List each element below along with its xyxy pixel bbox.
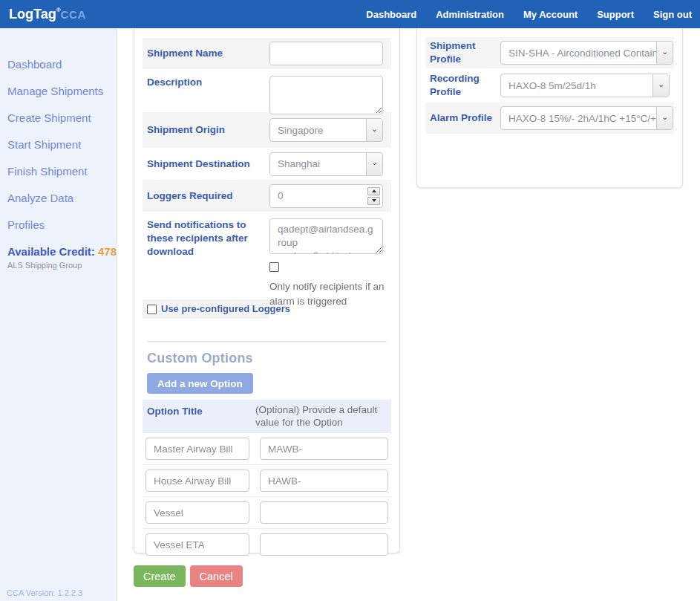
loggers-required-stepper[interactable]: 0: [269, 184, 383, 208]
option-value-column-header: (Optional) Provide a default value for t…: [255, 403, 387, 429]
shipment-origin-value: Singapore: [270, 119, 366, 141]
shipment-profile-label: Shipment Profile: [430, 39, 500, 66]
nav-administration[interactable]: Administration: [436, 9, 504, 20]
option-default-value-input[interactable]: [260, 501, 388, 524]
chevron-down-icon: ⌄: [652, 74, 669, 97]
notifications-row: Send notifications to these recipients a…: [143, 212, 391, 298]
available-credit-value: 478: [98, 245, 117, 258]
app-logo[interactable]: LogTag®CCA: [9, 7, 86, 22]
section-divider: [147, 341, 387, 342]
shipment-origin-row: Shipment Origin Singapore ⌄: [143, 112, 391, 148]
recording-profile-row: Recording Profile HAXO-8 5m/25d/1h ⌄: [425, 68, 674, 103]
cancel-button[interactable]: Cancel: [190, 565, 243, 587]
shipment-name-input[interactable]: [269, 42, 383, 65]
add-new-option-button[interactable]: Add a new Option: [147, 373, 253, 394]
group-name: ALS Shipping Group: [7, 261, 110, 270]
notification-recipients-textarea[interactable]: qadept@airlandsea.group m.chan@airlandse…: [269, 218, 383, 254]
app-version: CCA Version: 1.2.2.3: [7, 588, 82, 597]
chevron-down-icon: ⌄: [366, 119, 382, 141]
spinner-down-icon[interactable]: [367, 197, 380, 205]
shipment-destination-value: Shanghai: [270, 153, 366, 175]
shipment-destination-label: Shipment Destination: [147, 157, 269, 171]
available-credit-label: Available Credit:: [7, 245, 95, 258]
shipment-name-row: Shipment Name: [143, 38, 391, 69]
shipment-destination-select[interactable]: Shanghai ⌄: [269, 152, 383, 176]
loggers-required-label: Loggers Required: [147, 189, 269, 203]
nav-my-account[interactable]: My Account: [523, 9, 578, 20]
nav-support[interactable]: Support: [597, 9, 634, 20]
profiles-panel: Shipment Profile SIN-SHA - Airconditione…: [416, 28, 683, 188]
loggers-required-value: 0: [270, 190, 367, 201]
nav-sign-out[interactable]: Sign out: [653, 9, 692, 20]
chevron-down-icon: ⌄: [656, 42, 673, 64]
loggers-required-row: Loggers Required 0: [143, 180, 391, 212]
chevron-down-icon: ⌄: [656, 107, 673, 129]
notifications-label: Send notifications to these recipients a…: [147, 218, 269, 259]
option-title-input[interactable]: [145, 470, 249, 492]
logo-brand: LogTag: [9, 7, 56, 22]
option-title-column-header: Option Title: [147, 403, 255, 429]
available-credit: Available Credit: 478: [7, 245, 110, 258]
option-default-value-input[interactable]: [260, 470, 388, 492]
preconfigured-loggers-row: Use pre-configured Loggers: [143, 299, 269, 319]
option-default-value-input[interactable]: [260, 438, 388, 460]
alarm-profile-select[interactable]: HAXO-8 15%/- 2hA/1hC +15°C/+8°C 2hA/ ⌄: [500, 106, 673, 130]
spinner-up-icon[interactable]: [367, 187, 380, 195]
option-title-input[interactable]: [145, 438, 249, 460]
custom-option-row: [143, 432, 391, 464]
sidebar: Dashboard Manage Shipments Create Shipme…: [0, 28, 117, 601]
option-title-input[interactable]: [145, 533, 249, 556]
sidebar-item-manage-shipments[interactable]: Manage Shipments: [7, 85, 110, 97]
shipment-profile-value: SIN-SHA - Airconditioned Container: [501, 42, 656, 64]
recording-profile-select[interactable]: HAXO-8 5m/25d/1h ⌄: [500, 74, 670, 97]
shipment-origin-label: Shipment Origin: [147, 123, 269, 137]
shipment-name-label: Shipment Name: [147, 47, 269, 60]
custom-option-row: [143, 496, 391, 528]
create-shipment-form-panel: Shipment Name Description Shipment Origi…: [134, 28, 400, 553]
notifications-field-group: qadept@airlandsea.group m.chan@airlandse…: [269, 218, 388, 309]
top-nav-links: Dashboard Administration My Account Supp…: [366, 9, 692, 20]
chevron-down-icon: ⌄: [366, 153, 382, 175]
sidebar-item-create-shipment[interactable]: Create Shipment: [7, 111, 110, 124]
sidebar-item-start-shipment[interactable]: Start Shipment: [7, 138, 110, 151]
logo-suffix: CCA: [61, 8, 86, 21]
alarm-profile-value: HAXO-8 15%/- 2hA/1hC +15°C/+8°C 2hA/: [501, 107, 656, 129]
top-nav-bar: LogTag®CCA Dashboard Administration My A…: [0, 0, 700, 28]
sidebar-item-dashboard[interactable]: Dashboard: [7, 58, 110, 71]
recording-profile-value: HAXO-8 5m/25d/1h: [501, 74, 652, 97]
sidebar-item-analyze-data[interactable]: Analyze Data: [7, 192, 110, 204]
option-default-value-input[interactable]: [260, 533, 388, 556]
form-actions: Create Cancel: [134, 565, 243, 587]
sidebar-item-profiles[interactable]: Profiles: [7, 218, 110, 231]
shipment-profile-row: Shipment Profile SIN-SHA - Airconditione…: [425, 37, 674, 68]
nav-dashboard[interactable]: Dashboard: [366, 9, 416, 20]
custom-options-header-row: Option Title (Optional) Provide a defaul…: [143, 400, 391, 432]
description-label: Description: [147, 76, 269, 89]
create-button[interactable]: Create: [134, 565, 186, 587]
description-row: Description: [143, 69, 391, 112]
only-notify-on-alarm-checkbox[interactable]: [269, 262, 279, 272]
description-textarea[interactable]: [269, 76, 383, 114]
alarm-profile-label: Alarm Profile: [430, 111, 500, 125]
recording-profile-label: Recording Profile: [430, 72, 500, 99]
stepper-buttons: [367, 187, 380, 205]
use-preconfigured-loggers-checkbox[interactable]: [147, 305, 157, 314]
custom-option-row: [143, 464, 391, 496]
alarm-profile-row: Alarm Profile HAXO-8 15%/- 2hA/1hC +15°C…: [425, 103, 674, 134]
use-preconfigured-loggers-label: Use pre-configured Loggers: [161, 302, 290, 316]
custom-options-heading: Custom Options: [147, 351, 387, 366]
sidebar-item-finish-shipment[interactable]: Finish Shipment: [7, 165, 110, 178]
shipment-destination-row: Shipment Destination Shanghai ⌄: [143, 148, 391, 180]
shipment-profile-select[interactable]: SIN-SHA - Airconditioned Container ⌄: [500, 41, 673, 65]
option-title-input[interactable]: [145, 501, 249, 524]
shipment-origin-select[interactable]: Singapore ⌄: [269, 118, 383, 142]
custom-option-row: [143, 528, 391, 560]
